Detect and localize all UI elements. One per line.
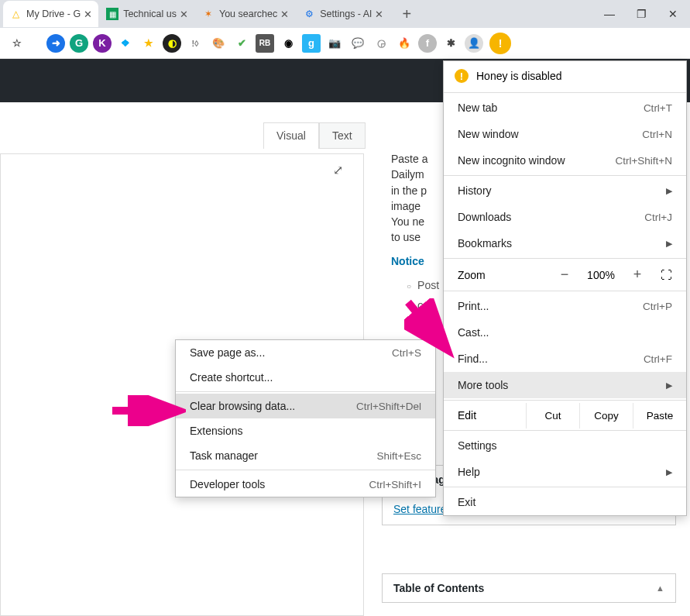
avatar[interactable]: 👤 (465, 34, 483, 53)
cut-button[interactable]: Cut (526, 403, 579, 428)
menu-edit-row: Edit Cut Copy Paste (444, 402, 686, 428)
ext-icon[interactable]: ✔ (232, 34, 251, 53)
zoom-in-button[interactable]: + (620, 267, 654, 283)
tab-title: My Drive - G (26, 9, 81, 19)
close-icon[interactable]: ✕ (280, 9, 289, 20)
submenu-task-manager[interactable]: Task managerShift+Esc (176, 443, 435, 468)
submenu-create-shortcut[interactable]: Create shortcut... (176, 365, 435, 390)
ext-icon[interactable]: ◐ (163, 34, 181, 53)
toc-panel: Table of Contents ▲ (382, 573, 676, 603)
visual-tab[interactable]: Visual (263, 122, 319, 149)
submenu-clear-data[interactable]: Clear browsing data...Ctrl+Shift+Del (176, 394, 435, 418)
ext-icon[interactable]: ◉ (279, 34, 297, 53)
search-icon: ✶ (202, 8, 215, 20)
tab-strip: △ My Drive - G ✕ ▦ Technical us ✕ ✶ You … (0, 0, 690, 28)
panel-title: Table of Contents (393, 582, 484, 594)
ext-icon[interactable]: K (93, 34, 112, 53)
menu-new-window[interactable]: New windowCtrl+N (444, 121, 686, 147)
zoom-value: 100% (582, 269, 620, 281)
extensions-icon[interactable]: ✱ (441, 34, 460, 53)
chevron-right-icon: ▶ (666, 186, 672, 196)
honey-label: Honey is disabled (476, 70, 562, 82)
close-icon[interactable]: ✕ (375, 9, 383, 20)
help-line: in the p (391, 184, 427, 197)
sheets-icon: ▦ (106, 8, 118, 20)
menu-new-tab[interactable]: New tabCtrl+T (444, 95, 686, 121)
ext-icon[interactable]: 🎨 (209, 34, 228, 53)
submenu-dev-tools[interactable]: Developer toolsCtrl+Shift+I (176, 472, 435, 497)
tab-settings[interactable]: ⚙ Settings - Al ✕ (297, 1, 390, 27)
help-line: Dailym (391, 168, 424, 181)
toolbar: ☆ ➜ G K ❖ ★ ◐ !◊ 🎨 ✔ RB ◉ g 📷 💬 ◶ 🔥 f ✱ … (0, 28, 690, 59)
help-line: image (391, 200, 421, 212)
tab-title: Settings - Al (320, 9, 372, 19)
menu-zoom: Zoom − 100% + ⛶ (444, 260, 686, 289)
ext-icon[interactable]: RB (256, 34, 274, 53)
menu-downloads[interactable]: DownloadsCtrl+J (444, 204, 686, 230)
facebook-icon[interactable]: f (418, 34, 437, 53)
paste-button[interactable]: Paste (633, 403, 686, 428)
help-line: You ne (391, 215, 424, 228)
ext-icon[interactable]: ❖ (116, 34, 135, 53)
panel-header[interactable]: Table of Contents ▲ (383, 574, 675, 602)
chrome-menu-button[interactable]: ! (489, 33, 511, 54)
menu-help[interactable]: Help▶ (444, 459, 686, 485)
ext-icon[interactable]: ◶ (372, 34, 390, 53)
menu-find[interactable]: Find...Ctrl+F (444, 346, 686, 372)
menu-more-tools[interactable]: More tools▶ (444, 372, 686, 398)
camera-icon[interactable]: 📷 (325, 34, 344, 53)
help-line: Paste a (391, 153, 427, 165)
menu-settings[interactable]: Settings (444, 432, 686, 459)
menu-bookmarks[interactable]: Bookmarks▶ (444, 230, 686, 256)
tab-title: Technical us (123, 9, 177, 19)
maximize-button[interactable]: ❐ (637, 8, 647, 20)
bookmark-star-icon[interactable]: ☆ (8, 34, 26, 53)
submenu-extensions[interactable]: Extensions (176, 418, 435, 443)
submenu-save-page[interactable]: Save page as...Ctrl+S (176, 340, 435, 365)
menu-history[interactable]: History▶ (444, 177, 686, 204)
chevron-right-icon: ▶ (666, 380, 672, 391)
chrome-menu: ! Honey is disabled New tabCtrl+T New wi… (443, 60, 687, 516)
tab-title: You searchec (219, 9, 277, 19)
ext-icon[interactable]: ★ (139, 34, 158, 53)
annotation-arrow (108, 395, 186, 426)
svg-line-1 (408, 302, 445, 346)
ext-icon[interactable]: !◊ (186, 34, 204, 53)
menu-exit[interactable]: Exit (444, 489, 686, 515)
drive-icon: △ (9, 8, 22, 20)
fullscreen-icon[interactable]: ⛶ (661, 268, 672, 281)
copy-button[interactable]: Copy (579, 403, 633, 428)
editor-tabs: Visual Text (263, 122, 366, 149)
tab-technical[interactable]: ▦ Technical us ✕ (100, 1, 194, 27)
menu-print[interactable]: Print...Ctrl+P (444, 293, 686, 319)
more-tools-submenu: Save page as...Ctrl+S Create shortcut...… (175, 339, 436, 497)
chevron-up-icon[interactable]: ▲ (656, 583, 664, 593)
close-icon[interactable]: ✕ (84, 9, 92, 20)
minimize-button[interactable]: — (604, 8, 615, 20)
zoom-out-button[interactable]: − (548, 267, 582, 283)
zoom-label: Zoom (458, 269, 548, 281)
edit-label: Edit (444, 402, 526, 428)
ext-icon[interactable]: ➜ (46, 34, 65, 53)
text-tab[interactable]: Text (319, 122, 366, 149)
fullscreen-icon[interactable]: ⤢ (333, 163, 343, 177)
ext-icon[interactable]: G (70, 34, 88, 53)
menu-incognito[interactable]: New incognito windowCtrl+Shift+N (444, 147, 686, 174)
chat-icon[interactable]: 💬 (348, 34, 367, 53)
ext-icon[interactable]: g (302, 34, 321, 53)
help-line: to use (391, 231, 421, 243)
chevron-right-icon: ▶ (666, 467, 672, 477)
new-tab-button[interactable]: + (396, 3, 417, 25)
menu-cast[interactable]: Cast... (444, 319, 686, 346)
window-controls: — ❐ ✕ (604, 8, 690, 20)
honey-status-row[interactable]: ! Honey is disabled (444, 61, 686, 91)
close-icon[interactable]: ✕ (180, 9, 188, 20)
chevron-right-icon: ▶ (666, 239, 672, 249)
gear-icon: ⚙ (303, 8, 315, 20)
warning-icon: ! (455, 69, 469, 83)
close-window-button[interactable]: ✕ (668, 8, 678, 20)
tab-my-drive[interactable]: △ My Drive - G ✕ (3, 1, 98, 27)
annotation-arrow (404, 298, 458, 360)
ext-icon[interactable]: 🔥 (395, 34, 414, 53)
tab-search[interactable]: ✶ You searchec ✕ (196, 1, 295, 27)
